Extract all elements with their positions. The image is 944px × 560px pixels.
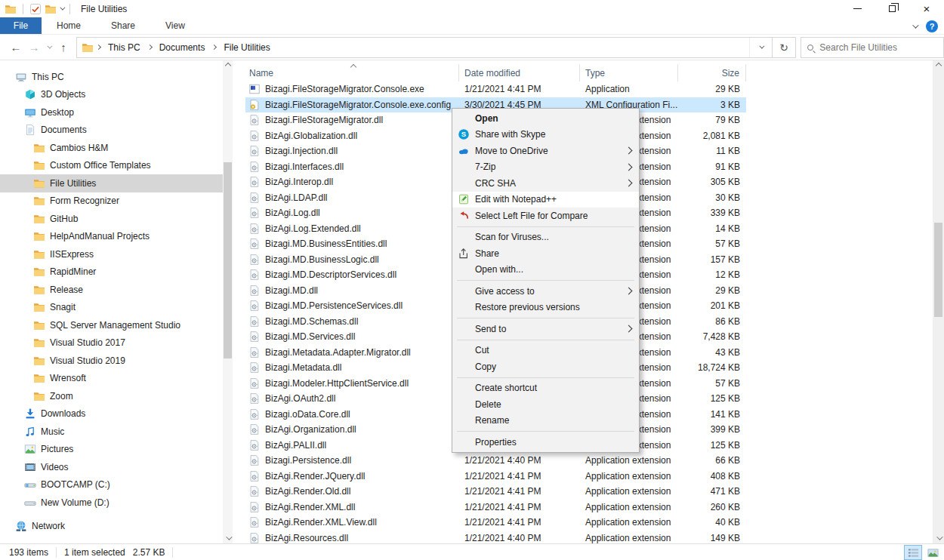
sidebar-item-pictures[interactable]: Pictures: [0, 441, 223, 459]
file-row[interactable]: BizAgi.Render.XML.dll1/21/2021 4:41 PMAp…: [245, 500, 746, 515]
column-header-size[interactable]: Size: [678, 64, 746, 82]
menu-item-restore-previous-versions[interactable]: Restore previous versions: [452, 300, 639, 316]
menu-item-give-access-to[interactable]: Give access to: [452, 283, 639, 300]
breadcrumb-item-documents[interactable]: Documents: [155, 42, 210, 53]
menu-item-open[interactable]: Open: [452, 110, 639, 127]
recent-locations-chevron-icon[interactable]: [47, 44, 52, 49]
list-scrollbar[interactable]: [933, 60, 944, 543]
sidebar-item-iisexpress[interactable]: IISExpress: [0, 245, 223, 263]
sidebar-item-network[interactable]: Network: [0, 518, 223, 536]
sidebar-item-cambios-h-m[interactable]: Cambios H&M: [0, 139, 223, 157]
menu-item-select-left-file-for-compare[interactable]: Select Left File for Compare: [452, 208, 639, 224]
file-row[interactable]: BizAgi.Render.JQuery.dll1/21/2021 4:41 P…: [245, 469, 746, 485]
breadcrumb-chevron-icon[interactable]: [147, 45, 153, 50]
sidebar-item-snagit[interactable]: Snagit: [0, 299, 223, 317]
sidebar-item-new-volume-d[interactable]: New Volume (D:): [0, 494, 223, 512]
thumbnails-view-button[interactable]: [924, 546, 941, 559]
column-header-name[interactable]: Name: [245, 64, 459, 82]
breadcrumb-chevron-icon[interactable]: [211, 45, 217, 50]
address-field[interactable]: This PCDocumentsFile Utilities: [76, 37, 773, 58]
sidebar-item-custom-office-templates[interactable]: Custom Office Templates: [0, 157, 223, 175]
close-button[interactable]: ×: [909, 0, 944, 17]
menu-item-create-shortcut[interactable]: Create shortcut: [452, 380, 639, 397]
file-row[interactable]: BizAgi.Render.Old.dll1/21/2021 4:41 PMAp…: [245, 484, 746, 500]
tab-file[interactable]: File: [0, 17, 42, 34]
breadcrumb-item-this-pc[interactable]: This PC: [103, 42, 145, 53]
forward-button[interactable]: →: [26, 41, 42, 54]
sidebar-item-release[interactable]: Release: [0, 281, 223, 299]
search-box[interactable]: [801, 37, 944, 58]
search-input[interactable]: [819, 42, 937, 53]
menu-item-crc-sha[interactable]: CRC SHA: [452, 175, 639, 192]
sidebar-item-this-pc[interactable]: This PC: [0, 68, 223, 86]
file-name: BizAgi.Organization.dll: [245, 423, 459, 435]
ribbon-collapse-chevron-icon[interactable]: [912, 22, 918, 28]
new-folder-icon[interactable]: [45, 3, 57, 15]
sidebar-item-rapidminer[interactable]: RapidMiner: [0, 263, 223, 282]
restore-button[interactable]: [875, 0, 909, 17]
column-header-type[interactable]: Type: [580, 64, 678, 82]
details-view-button[interactable]: [905, 546, 921, 559]
sidebar-item-videos[interactable]: Videos: [0, 458, 223, 476]
menu-item-share[interactable]: Share: [452, 245, 639, 262]
sidebar-item-github[interactable]: GitHub: [0, 210, 223, 228]
menu-item-edit-with-notepad[interactable]: Edit with Notepad++: [452, 192, 639, 208]
scroll-up-icon[interactable]: [933, 60, 944, 71]
file-row[interactable]: BizAgi.Render.XML.View.dll1/21/2021 4:41…: [245, 515, 746, 531]
sidebar-item-zoom[interactable]: Zoom: [0, 387, 223, 405]
sidebar-item-downloads[interactable]: Downloads: [0, 405, 223, 423]
back-button[interactable]: ←: [8, 41, 24, 54]
file-size: 7,428 KB: [678, 331, 746, 342]
up-button[interactable]: ↑: [55, 41, 72, 54]
sidebar-item-wrensoft[interactable]: Wrensoft: [0, 370, 223, 388]
menu-item-open-with[interactable]: Open with...: [452, 262, 639, 278]
breadcrumb-chevron-icon[interactable]: [96, 45, 101, 50]
file-size: 30 KB: [678, 192, 746, 203]
menu-item-scan-for-viruses[interactable]: Scan for Viruses...: [452, 229, 639, 246]
menu-item-copy[interactable]: Copy: [452, 358, 639, 375]
sidebar-item-bootcamp-c[interactable]: BOOTCAMP (C:): [0, 476, 223, 494]
menu-item-share-with-skype[interactable]: SShare with Skype: [452, 127, 639, 143]
dll-file-icon: [248, 145, 261, 157]
dll-file-icon: [248, 315, 261, 328]
breadcrumb-item-file-utilities[interactable]: File Utilities: [219, 42, 274, 53]
file-row[interactable]: Bizagi.Persistence.dll1/21/2021 4:40 PMA…: [245, 453, 746, 469]
sidebar-item-documents[interactable]: Documents: [0, 122, 223, 140]
menu-item-send-to[interactable]: Send to: [452, 321, 639, 337]
menu-item-properties[interactable]: Properties: [452, 434, 639, 451]
menu-item-7-zip[interactable]: 7-Zip: [452, 159, 639, 176]
sidebar-item-desktop[interactable]: Desktop: [0, 103, 223, 122]
scroll-down-icon[interactable]: [933, 533, 944, 543]
properties-check-icon[interactable]: [29, 3, 42, 15]
nav-scrollbar-thumb[interactable]: [224, 162, 232, 358]
list-scrollbar-thumb[interactable]: [934, 223, 942, 317]
column-header-date-modified[interactable]: Date modified: [459, 64, 580, 82]
sidebar-item-visual-studio-2019[interactable]: Visual Studio 2019: [0, 352, 223, 370]
scroll-down-icon[interactable]: [223, 533, 233, 543]
tab-share[interactable]: Share: [96, 17, 150, 34]
scroll-up-icon[interactable]: [223, 60, 233, 71]
sidebar-item-file-utilities[interactable]: File Utilities: [0, 174, 223, 192]
tab-view[interactable]: View: [150, 17, 200, 34]
sidebar-item-helpandmanual-projects[interactable]: HelpAndManual Projects: [0, 228, 223, 246]
refresh-button[interactable]: ↻: [773, 37, 797, 58]
folder-icon: [33, 177, 45, 189]
sidebar-item-music[interactable]: Music: [0, 423, 223, 441]
address-dropdown-chevron-icon[interactable]: [759, 44, 764, 49]
nav-scrollbar[interactable]: [223, 60, 233, 543]
file-row[interactable]: Bizagi.FileStorageMigrator.Console.exe1/…: [245, 82, 746, 97]
menu-item-cut[interactable]: Cut: [452, 343, 639, 359]
sidebar-item-visual-studio-2017[interactable]: Visual Studio 2017: [0, 334, 223, 352]
sidebar-item-3d-objects[interactable]: 3D Objects: [0, 86, 223, 104]
menu-item-rename[interactable]: Rename: [452, 413, 639, 429]
tab-home[interactable]: Home: [42, 17, 96, 34]
sidebar-item-sql-server-management-studio[interactable]: SQL Server Management Studio: [0, 316, 223, 334]
sidebar-item-form-recognizer[interactable]: Form Recognizer: [0, 192, 223, 211]
minimize-button[interactable]: [840, 0, 875, 17]
menu-item-label: Share: [475, 248, 499, 259]
customize-toolbar-chevron-icon[interactable]: [60, 5, 65, 11]
file-size: 79 KB: [678, 115, 746, 125]
menu-item-move-to-onedrive[interactable]: Move to OneDrive: [452, 143, 639, 159]
help-icon[interactable]: ?: [926, 20, 938, 32]
menu-item-delete[interactable]: Delete: [452, 396, 639, 413]
